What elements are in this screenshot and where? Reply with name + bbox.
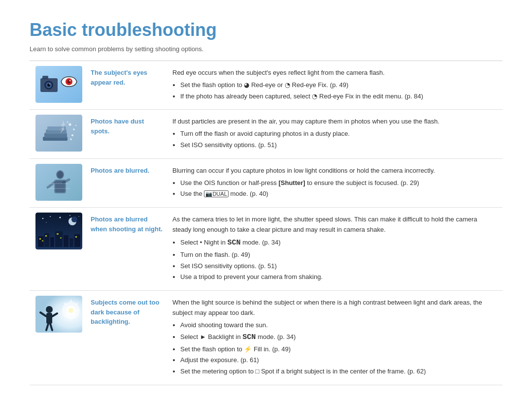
row-image-backlight <box>30 291 89 385</box>
row-label-blurred: Photos are blurred. <box>89 158 167 207</box>
table-row: Photos are blurred when shooting at nigh… <box>30 208 502 291</box>
content-intro: As the camera tries to let in more light… <box>172 215 498 235</box>
svg-rect-51 <box>45 235 47 237</box>
row-image-blurred <box>30 158 89 207</box>
bullet-item: Use the OIS function or half-press [Shut… <box>180 178 498 188</box>
bullet-item: Turn on the flash. (p. 49) <box>180 250 498 260</box>
row-content-dust: If dust particles are present in the air… <box>167 110 502 158</box>
bullet-list: Select • Night in SCN mode. (p. 34)Turn … <box>180 237 498 282</box>
bullet-item: Select • Night in SCN mode. (p. 34) <box>180 237 498 249</box>
bullet-item: If the photo has already been captured, … <box>180 92 498 102</box>
row-image-dust <box>30 110 89 158</box>
row-image-night <box>30 208 89 291</box>
bullet-item: Select ► Backlight in SCN mode. (p. 34) <box>180 332 498 343</box>
table-row: Photos are blurred.Blurring can occur if… <box>30 158 502 207</box>
svg-point-34 <box>50 216 51 217</box>
svg-point-25 <box>57 171 63 178</box>
svg-point-17 <box>73 129 75 131</box>
svg-rect-44 <box>50 237 54 247</box>
row-content-blurred: Blurring can occur if you capture photos… <box>167 158 502 207</box>
svg-rect-52 <box>57 233 59 235</box>
svg-rect-46 <box>64 235 68 247</box>
svg-point-38 <box>78 216 79 217</box>
svg-point-19 <box>67 122 68 123</box>
row-label-dust: Photos have dust spots. <box>89 110 167 158</box>
bullet-list: Use the OIS function or half-press [Shut… <box>180 178 498 200</box>
svg-point-6 <box>49 84 50 85</box>
bullet-item: Use a tripod to prevent your camera from… <box>180 272 498 282</box>
bullet-item: Set the flash option to ◕ Red-eye or ◔ R… <box>180 80 498 91</box>
bullet-item: Set the metering option to □ Spot if a b… <box>180 367 498 377</box>
svg-point-33 <box>42 218 43 219</box>
svg-rect-2 <box>42 76 48 79</box>
svg-rect-50 <box>42 240 43 242</box>
svg-point-39 <box>46 222 47 223</box>
svg-point-10 <box>69 80 71 82</box>
svg-point-18 <box>71 134 73 136</box>
svg-point-21 <box>70 139 72 141</box>
row-label-red-eye: The subject's eyes appear red. <box>89 61 167 110</box>
svg-point-59 <box>46 306 53 313</box>
row-content-red-eye: Red eye occurs when the subject's eyes r… <box>167 61 502 110</box>
table-row: The subject's eyes appear red.Red eye oc… <box>30 61 502 110</box>
svg-point-16 <box>69 123 71 126</box>
bullet-list: Set the flash option to ◕ Red-eye or ◔ R… <box>180 80 498 102</box>
row-image-red-eye <box>30 61 89 110</box>
content-intro: Blurring can occur if you capture photos… <box>172 166 498 176</box>
bullet-item: Adjust the exposure. (p. 61) <box>180 355 498 366</box>
row-label-night: Photos are blurred when shooting at nigh… <box>89 208 167 291</box>
svg-rect-47 <box>69 238 73 247</box>
row-label-backlight: Subjects come out too dark because of ba… <box>89 291 167 385</box>
row-content-night: As the camera tries to let in more light… <box>167 208 502 291</box>
bullet-item: Set the flash option to ⚡ Fill in. (p. 4… <box>180 344 498 355</box>
svg-point-36 <box>69 215 70 216</box>
row-content-backlight: When the light source is behind the subj… <box>167 291 502 385</box>
svg-rect-49 <box>39 238 41 240</box>
bullet-item: Set ISO sensitivity options. (p. 51) <box>180 140 498 151</box>
svg-point-41 <box>71 216 77 222</box>
page-subtitle: Learn to solve common problems by settin… <box>30 45 502 53</box>
svg-point-20 <box>75 125 76 126</box>
content-intro: Red eye occurs when the subject's eyes r… <box>172 68 498 78</box>
bullet-list: Turn off the flash or avoid capturing ph… <box>180 129 498 151</box>
bullet-item: Avoid shooting toward the sun. <box>180 320 498 331</box>
svg-rect-60 <box>46 313 52 324</box>
svg-point-35 <box>60 217 61 218</box>
svg-rect-45 <box>55 231 63 247</box>
bullet-item: Turn off the flash or avoid capturing ph… <box>180 129 498 139</box>
svg-rect-53 <box>60 237 62 239</box>
table-row: Subjects come out too dark because of ba… <box>30 291 502 385</box>
table-row: Photos have dust spots.If dust particles… <box>30 110 502 158</box>
svg-rect-54 <box>75 236 77 238</box>
content-intro: When the light source is behind the subj… <box>172 298 498 318</box>
bullet-item: Use the 📷DUAL mode. (p. 40) <box>180 189 498 199</box>
bullet-list: Avoid shooting toward the sun.Select ► B… <box>180 320 498 377</box>
content-intro: If dust particles are present in the air… <box>172 117 498 127</box>
bullet-item: Set ISO sensitivity options. (p. 51) <box>180 261 498 272</box>
svg-rect-48 <box>74 234 80 247</box>
page-title: Basic troubleshooting <box>30 20 502 40</box>
svg-point-58 <box>68 308 73 313</box>
troubleshooting-table: The subject's eyes appear red.Red eye oc… <box>30 61 502 385</box>
